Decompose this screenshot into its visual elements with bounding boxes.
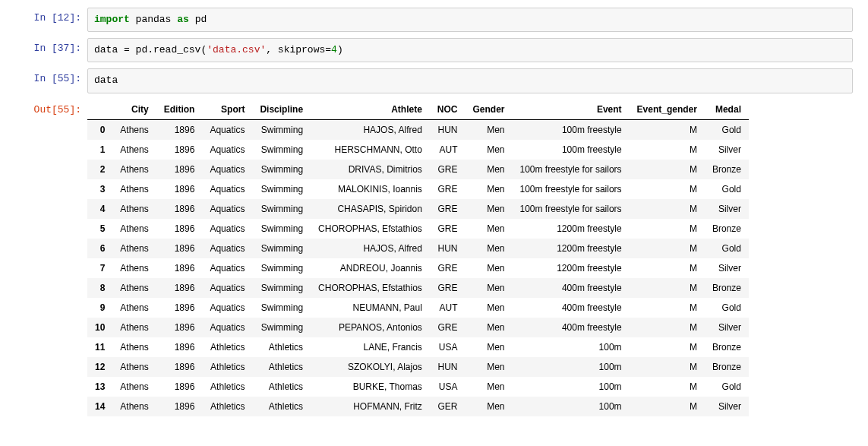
row-index: 5 [87, 219, 112, 239]
cell: Swimming [252, 140, 311, 160]
cell: Aquatics [202, 119, 252, 140]
cell: Gold [705, 119, 749, 140]
out-prompt: Out[55]: [15, 100, 87, 416]
cell: Bronze [705, 337, 749, 357]
table-row: 4Athens1896AquaticsSwimmingCHASAPIS, Spi… [87, 199, 749, 219]
cell: 1896 [156, 397, 203, 416]
table-row: 1Athens1896AquaticsSwimmingHERSCHMANN, O… [87, 140, 749, 160]
cell: 100m [513, 337, 630, 357]
cell: GRE [430, 199, 466, 219]
cell: Athletics [202, 397, 252, 416]
cell: 100m freestyle for sailors [513, 179, 630, 199]
cell: M [630, 179, 705, 199]
cell: 100m freestyle [513, 119, 630, 140]
table-row: 9Athens1896AquaticsSwimmingNEUMANN, Paul… [87, 298, 749, 318]
row-index: 0 [87, 119, 112, 140]
cell: HOFMANN, Fritz [311, 397, 430, 416]
cell: Swimming [252, 160, 311, 179]
cell: Aquatics [202, 140, 252, 160]
cell: Aquatics [202, 219, 252, 239]
cell: Athletics [252, 337, 311, 357]
cell: Aquatics [202, 318, 252, 337]
cell: ANDREOU, Joannis [311, 258, 430, 278]
cell: Athens [112, 160, 156, 179]
table-row: 8Athens1896AquaticsSwimmingCHOROPHAS, Ef… [87, 278, 749, 298]
output-area: CityEditionSportDisciplineAthleteNOCGend… [87, 100, 853, 416]
cell: Athens [112, 278, 156, 298]
cell: M [630, 258, 705, 278]
cell: LANE, Francis [311, 337, 430, 357]
cell: M [630, 199, 705, 219]
column-header: Sport [202, 100, 252, 120]
cell: 100m freestyle [513, 140, 630, 160]
column-header: City [112, 100, 156, 120]
cell: AUT [430, 298, 466, 318]
row-index: 4 [87, 199, 112, 219]
cell: Gold [705, 239, 749, 258]
index-header [87, 100, 112, 120]
table-row: 14Athens1896AthleticsAthleticsHOFMANN, F… [87, 397, 749, 416]
in-prompt: In [55]: [15, 68, 87, 93]
cell: M [630, 337, 705, 357]
cell: Silver [705, 199, 749, 219]
cell: MALOKINIS, Ioannis [311, 179, 430, 199]
cell: M [630, 219, 705, 239]
table-row: 13Athens1896AthleticsAthleticsBURKE, Tho… [87, 377, 749, 397]
cell: Men [466, 140, 513, 160]
cell: NEUMANN, Paul [311, 298, 430, 318]
cell: 1896 [156, 160, 203, 179]
cell: DRIVAS, Dimitrios [311, 160, 430, 179]
cell: Athens [112, 397, 156, 416]
in-prompt: In [12]: [15, 8, 87, 32]
cell: Men [466, 119, 513, 140]
code-cell: In [55]: data [15, 68, 853, 93]
cell: 100m freestyle for sailors [513, 199, 630, 219]
cell: HAJOS, Alfred [311, 239, 430, 258]
cell: GRE [430, 160, 466, 179]
cell: GER [430, 397, 466, 416]
cell: Men [466, 160, 513, 179]
table-row: 12Athens1896AthleticsAthleticsSZOKOLYI, … [87, 357, 749, 377]
notebook: In [12]: import pandas as pd In [37]: da… [0, 0, 868, 430]
table-row: 10Athens1896AquaticsSwimmingPEPANOS, Ant… [87, 318, 749, 337]
cell: Bronze [705, 219, 749, 239]
cell: 100m [513, 377, 630, 397]
code-input[interactable]: data = pd.read_csv('data.csv', skiprows=… [87, 38, 853, 62]
cell: Athletics [252, 357, 311, 377]
cell: Aquatics [202, 298, 252, 318]
cell: 100m [513, 397, 630, 416]
cell: Bronze [705, 278, 749, 298]
cell: Aquatics [202, 258, 252, 278]
cell: Gold [705, 298, 749, 318]
table-row: 2Athens1896AquaticsSwimmingDRIVAS, Dimit… [87, 160, 749, 179]
cell: Silver [705, 397, 749, 416]
code-cell: In [37]: data = pd.read_csv('data.csv', … [15, 38, 853, 62]
cell: 400m freestyle [513, 298, 630, 318]
cell: Men [466, 199, 513, 219]
row-index: 2 [87, 160, 112, 179]
cell: M [630, 140, 705, 160]
cell: 1896 [156, 119, 203, 140]
cell: GRE [430, 318, 466, 337]
cell: Silver [705, 140, 749, 160]
cell: 1200m freestyle [513, 258, 630, 278]
cell: 1896 [156, 298, 203, 318]
code-input[interactable]: import pandas as pd [87, 8, 853, 32]
cell: Athens [112, 140, 156, 160]
code-input[interactable]: data [87, 68, 853, 93]
cell: Athens [112, 357, 156, 377]
cell: 100m [513, 357, 630, 377]
cell: Men [466, 397, 513, 416]
cell: 1896 [156, 239, 203, 258]
cell: 1896 [156, 337, 203, 357]
cell: Swimming [252, 199, 311, 219]
cell: Swimming [252, 239, 311, 258]
cell: Athens [112, 239, 156, 258]
row-index: 10 [87, 318, 112, 337]
cell: HERSCHMANN, Otto [311, 140, 430, 160]
cell: M [630, 318, 705, 337]
cell: Aquatics [202, 160, 252, 179]
cell: Swimming [252, 119, 311, 140]
cell: Bronze [705, 160, 749, 179]
cell: Silver [705, 258, 749, 278]
